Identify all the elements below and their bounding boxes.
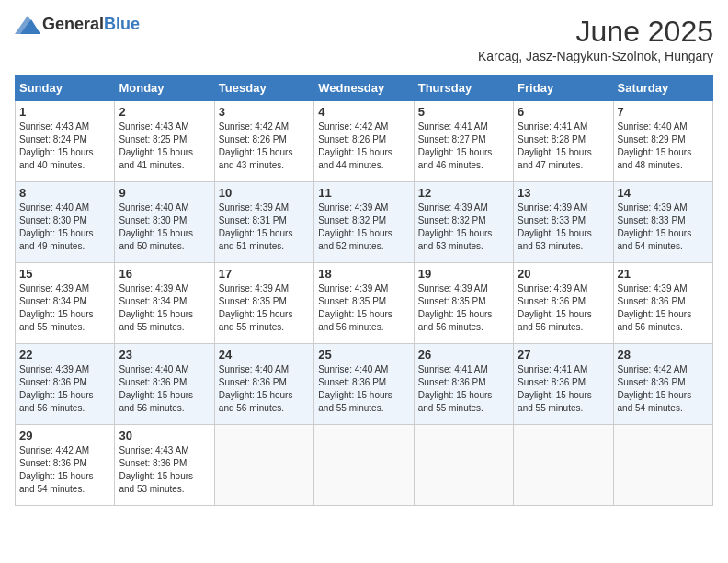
day-number: 23: [119, 348, 210, 362]
weekday-header-sunday: Sunday: [16, 75, 115, 101]
cell-text: Sunrise: 4:39 AMSunset: 8:33 PMDaylight:…: [518, 202, 592, 251]
calendar-cell: [414, 425, 513, 506]
logo-icon: [15, 16, 40, 34]
logo-general: General: [42, 15, 104, 33]
calendar-cell: 2Sunrise: 4:43 AMSunset: 8:25 PMDaylight…: [115, 101, 214, 182]
day-number: 25: [318, 348, 409, 362]
day-number: 21: [618, 267, 709, 281]
calendar-cell: 8Sunrise: 4:40 AMSunset: 8:30 PMDaylight…: [16, 182, 115, 263]
cell-text: Sunrise: 4:39 AMSunset: 8:33 PMDaylight:…: [618, 202, 692, 251]
calendar-cell: 17Sunrise: 4:39 AMSunset: 8:35 PMDayligh…: [214, 263, 313, 344]
day-number: 7: [618, 105, 709, 119]
day-number: 5: [418, 105, 509, 119]
weekday-header-friday: Friday: [514, 75, 613, 101]
day-number: 17: [219, 267, 310, 281]
month-title: June 2025: [478, 15, 713, 49]
cell-text: Sunrise: 4:40 AMSunset: 8:29 PMDaylight:…: [618, 121, 692, 170]
cell-text: Sunrise: 4:42 AMSunset: 8:36 PMDaylight:…: [618, 364, 692, 413]
day-number: 9: [119, 186, 210, 200]
calendar-cell: 3Sunrise: 4:42 AMSunset: 8:26 PMDaylight…: [214, 101, 313, 182]
cell-text: Sunrise: 4:40 AMSunset: 8:36 PMDaylight:…: [318, 364, 392, 413]
day-number: 19: [418, 267, 509, 281]
cell-text: Sunrise: 4:40 AMSunset: 8:36 PMDaylight:…: [219, 364, 293, 413]
calendar-cell: 1Sunrise: 4:43 AMSunset: 8:24 PMDaylight…: [16, 101, 115, 182]
day-number: 3: [219, 105, 310, 119]
calendar-cell: [214, 425, 313, 506]
calendar-cell: 11Sunrise: 4:39 AMSunset: 8:32 PMDayligh…: [314, 182, 414, 263]
cell-text: Sunrise: 4:42 AMSunset: 8:26 PMDaylight:…: [219, 121, 293, 170]
calendar-cell: 24Sunrise: 4:40 AMSunset: 8:36 PMDayligh…: [214, 344, 313, 425]
calendar-cell: 6Sunrise: 4:41 AMSunset: 8:28 PMDaylight…: [514, 101, 613, 182]
calendar-cell: 27Sunrise: 4:41 AMSunset: 8:36 PMDayligh…: [514, 344, 613, 425]
calendar-cell: 12Sunrise: 4:39 AMSunset: 8:32 PMDayligh…: [414, 182, 513, 263]
calendar-cell: 13Sunrise: 4:39 AMSunset: 8:33 PMDayligh…: [514, 182, 613, 263]
calendar-cell: 28Sunrise: 4:42 AMSunset: 8:36 PMDayligh…: [613, 344, 712, 425]
calendar-week-row: 8Sunrise: 4:40 AMSunset: 8:30 PMDaylight…: [16, 182, 713, 263]
logo-blue: Blue: [104, 15, 140, 33]
calendar-cell: 18Sunrise: 4:39 AMSunset: 8:35 PMDayligh…: [314, 263, 414, 344]
calendar-cell: 19Sunrise: 4:39 AMSunset: 8:35 PMDayligh…: [414, 263, 513, 344]
page-header: GeneralBlue June 2025 Karcag, Jasz-Nagyk…: [15, 15, 713, 63]
calendar-cell: [514, 425, 613, 506]
cell-text: Sunrise: 4:41 AMSunset: 8:28 PMDaylight:…: [518, 121, 592, 170]
cell-text: Sunrise: 4:43 AMSunset: 8:24 PMDaylight:…: [19, 121, 94, 170]
cell-text: Sunrise: 4:39 AMSunset: 8:31 PMDaylight:…: [219, 202, 293, 251]
cell-text: Sunrise: 4:42 AMSunset: 8:26 PMDaylight:…: [318, 121, 392, 170]
day-number: 12: [418, 186, 509, 200]
calendar-cell: 30Sunrise: 4:43 AMSunset: 8:36 PMDayligh…: [115, 425, 214, 506]
calendar-week-row: 1Sunrise: 4:43 AMSunset: 8:24 PMDaylight…: [16, 101, 713, 182]
day-number: 16: [119, 267, 210, 281]
cell-text: Sunrise: 4:39 AMSunset: 8:35 PMDaylight:…: [219, 283, 293, 332]
cell-text: Sunrise: 4:39 AMSunset: 8:35 PMDaylight:…: [418, 283, 493, 332]
calendar-cell: 10Sunrise: 4:39 AMSunset: 8:31 PMDayligh…: [214, 182, 313, 263]
cell-text: Sunrise: 4:40 AMSunset: 8:30 PMDaylight:…: [119, 202, 193, 251]
calendar-cell: 25Sunrise: 4:40 AMSunset: 8:36 PMDayligh…: [314, 344, 414, 425]
day-number: 28: [618, 348, 709, 362]
day-number: 15: [19, 267, 110, 281]
cell-text: Sunrise: 4:39 AMSunset: 8:34 PMDaylight:…: [119, 283, 193, 332]
day-number: 14: [618, 186, 709, 200]
day-number: 13: [518, 186, 609, 200]
calendar-week-row: 29Sunrise: 4:42 AMSunset: 8:36 PMDayligh…: [16, 425, 713, 506]
calendar-week-row: 15Sunrise: 4:39 AMSunset: 8:34 PMDayligh…: [16, 263, 713, 344]
cell-text: Sunrise: 4:39 AMSunset: 8:36 PMDaylight:…: [19, 364, 94, 413]
weekday-header-tuesday: Tuesday: [214, 75, 313, 101]
weekday-header-wednesday: Wednesday: [314, 75, 414, 101]
calendar-cell: 9Sunrise: 4:40 AMSunset: 8:30 PMDaylight…: [115, 182, 214, 263]
cell-text: Sunrise: 4:39 AMSunset: 8:32 PMDaylight:…: [318, 202, 392, 251]
calendar-cell: 22Sunrise: 4:39 AMSunset: 8:36 PMDayligh…: [16, 344, 115, 425]
day-number: 29: [19, 429, 110, 442]
calendar-cell: [314, 425, 414, 506]
cell-text: Sunrise: 4:42 AMSunset: 8:36 PMDaylight:…: [19, 445, 94, 494]
calendar-cell: 29Sunrise: 4:42 AMSunset: 8:36 PMDayligh…: [16, 425, 115, 506]
calendar-cell: 21Sunrise: 4:39 AMSunset: 8:36 PMDayligh…: [613, 263, 712, 344]
day-number: 2: [119, 105, 210, 119]
day-number: 18: [318, 267, 409, 281]
day-number: 20: [518, 267, 609, 281]
calendar-cell: 16Sunrise: 4:39 AMSunset: 8:34 PMDayligh…: [115, 263, 214, 344]
calendar-cell: 26Sunrise: 4:41 AMSunset: 8:36 PMDayligh…: [414, 344, 513, 425]
weekday-header-row: SundayMondayTuesdayWednesdayThursdayFrid…: [16, 75, 713, 101]
cell-text: Sunrise: 4:41 AMSunset: 8:36 PMDaylight:…: [418, 364, 493, 413]
title-block: June 2025 Karcag, Jasz-Nagykun-Szolnok, …: [478, 15, 713, 63]
day-number: 27: [518, 348, 609, 362]
cell-text: Sunrise: 4:39 AMSunset: 8:36 PMDaylight:…: [618, 283, 692, 332]
day-number: 1: [19, 105, 110, 119]
cell-text: Sunrise: 4:40 AMSunset: 8:30 PMDaylight:…: [19, 202, 94, 251]
calendar-table: SundayMondayTuesdayWednesdayThursdayFrid…: [15, 75, 713, 506]
cell-text: Sunrise: 4:39 AMSunset: 8:35 PMDaylight:…: [318, 283, 392, 332]
weekday-header-monday: Monday: [115, 75, 214, 101]
cell-text: Sunrise: 4:43 AMSunset: 8:36 PMDaylight:…: [119, 445, 193, 494]
day-number: 24: [219, 348, 310, 362]
calendar-cell: 20Sunrise: 4:39 AMSunset: 8:36 PMDayligh…: [514, 263, 613, 344]
cell-text: Sunrise: 4:39 AMSunset: 8:34 PMDaylight:…: [19, 283, 94, 332]
day-number: 11: [318, 186, 409, 200]
calendar-cell: 7Sunrise: 4:40 AMSunset: 8:29 PMDaylight…: [613, 101, 712, 182]
day-number: 30: [119, 429, 210, 442]
cell-text: Sunrise: 4:39 AMSunset: 8:36 PMDaylight:…: [518, 283, 592, 332]
day-number: 4: [318, 105, 409, 119]
calendar-cell: 23Sunrise: 4:40 AMSunset: 8:36 PMDayligh…: [115, 344, 214, 425]
logo: GeneralBlue: [15, 15, 140, 34]
day-number: 26: [418, 348, 509, 362]
cell-text: Sunrise: 4:41 AMSunset: 8:27 PMDaylight:…: [418, 121, 493, 170]
